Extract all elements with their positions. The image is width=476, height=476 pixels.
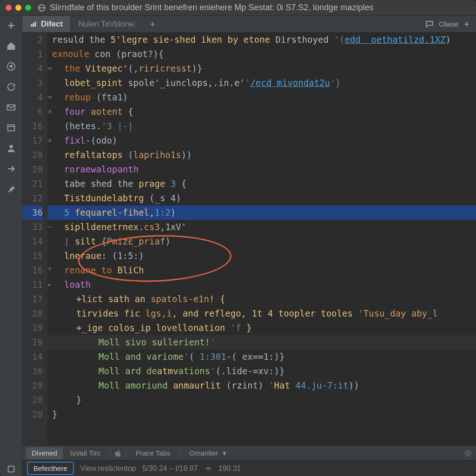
token: ,1xV' bbox=[160, 222, 186, 232]
mail-icon[interactable] bbox=[4, 100, 19, 114]
token: ) bbox=[171, 207, 176, 218]
code-line[interactable]: *renane to BliCh bbox=[47, 263, 476, 278]
arrow-right-icon[interactable] bbox=[4, 162, 19, 176]
code-line[interactable]: 5 fequarel-fihel,1:2) bbox=[47, 205, 476, 220]
token: lobet_spint bbox=[64, 78, 128, 88]
code-area[interactable]: resuld the 5'legre sie-shed iken by eton… bbox=[47, 33, 476, 445]
code-line[interactable]: ×four aotent { bbox=[47, 105, 476, 119]
line-number: 14 bbox=[22, 234, 43, 249]
fold-marker[interactable]: × bbox=[46, 105, 53, 119]
code-line[interactable]: =rebup (fta1) bbox=[47, 90, 476, 105]
token: resuld the bbox=[52, 34, 111, 45]
refresh-icon[interactable] bbox=[4, 80, 19, 94]
token: tirvides fic bbox=[76, 308, 145, 318]
token: u bbox=[157, 337, 162, 347]
code-line[interactable]: ▸loath bbox=[47, 278, 476, 292]
token: (odo) bbox=[91, 135, 117, 145]
code-line[interactable]: exnoule con (praot?){ bbox=[47, 47, 476, 61]
fold-marker[interactable]: ▸ bbox=[46, 278, 53, 292]
token: { bbox=[181, 178, 186, 189]
code-line[interactable]: Moll and variome'( 1:301-( ex==1:)} bbox=[47, 350, 476, 364]
token: reflego bbox=[204, 308, 241, 318]
fold-marker[interactable]: × bbox=[46, 133, 53, 148]
settings-icon[interactable] bbox=[4, 462, 19, 476]
token: - bbox=[86, 135, 91, 145]
line-number: 2 bbox=[22, 33, 43, 47]
token: atmv bbox=[157, 366, 178, 376]
code-line[interactable]: tirvides fic lgs,i, and reflego, 1t 4 to… bbox=[47, 306, 476, 321]
bottom-tab-isvait[interactable]: IsVait Tirc bbox=[65, 447, 106, 459]
line-number: 11 bbox=[22, 278, 43, 292]
code-line[interactable]: Moll sivo sullerient!' bbox=[47, 335, 476, 350]
window-icon[interactable] bbox=[4, 121, 19, 135]
token: 5 bbox=[64, 207, 75, 218]
bottom-tab-omantler[interactable]: Omantler ▾ bbox=[184, 447, 232, 459]
code-line[interactable]: Moll ard deatmvations'(.lide-=xv:)} bbox=[47, 364, 476, 378]
code-line[interactable]: roraewalopanth bbox=[47, 162, 476, 177]
token: roraewalopanth bbox=[64, 164, 139, 174]
token: renane to bbox=[64, 265, 117, 275]
apple-icon[interactable] bbox=[114, 449, 122, 457]
line-number: 19 bbox=[22, 321, 43, 335]
tab-add-button[interactable] bbox=[144, 16, 161, 32]
token: refaltatops bbox=[64, 150, 128, 160]
status-item: 190.31 bbox=[218, 464, 241, 473]
minimize-icon[interactable] bbox=[15, 5, 21, 11]
tabbar-right: Cliaise bbox=[419, 16, 476, 32]
fold-marker[interactable]: = bbox=[46, 90, 53, 105]
code-line[interactable]: –siplldenetrnex.cs3,1xV' bbox=[47, 220, 476, 234]
close-icon[interactable] bbox=[6, 5, 12, 11]
tab-label: Nulen TaVblone: bbox=[78, 20, 136, 29]
bug-icon[interactable] bbox=[464, 449, 472, 457]
code-line[interactable]: | silt {Pmizε_priaf) bbox=[47, 234, 476, 249]
token: , and bbox=[172, 308, 204, 318]
separator bbox=[126, 449, 126, 457]
token: { bbox=[128, 106, 133, 117]
fold-marker[interactable]: * bbox=[46, 263, 53, 278]
token: '3 bbox=[101, 121, 117, 131]
comment-icon[interactable] bbox=[425, 20, 434, 29]
code-line[interactable]: (hetes.'3 |-| bbox=[47, 119, 476, 133]
code-line[interactable]: lneraue: (1:5:) bbox=[47, 249, 476, 263]
token: +lict sath an bbox=[76, 294, 151, 304]
code-line[interactable]: +_ige colos_ip lovellonation 'f } bbox=[47, 321, 476, 335]
befecthere-button[interactable]: Befecthere bbox=[27, 462, 74, 475]
add-icon[interactable] bbox=[4, 19, 19, 33]
bottom-tab-prace[interactable]: Prace Tabs bbox=[130, 447, 176, 459]
fold-marker[interactable]: = bbox=[46, 61, 53, 76]
tab-nulen[interactable]: Nulen TaVblone: bbox=[71, 16, 144, 32]
pin-icon[interactable] bbox=[4, 182, 19, 196]
tabbar: Difect Nulen TaVblone: Cliaise bbox=[22, 16, 476, 33]
code-line[interactable]: refaltatops (lapriho1s)) bbox=[47, 148, 476, 162]
code-line[interactable]: +lict sath an spatols-e1n! { bbox=[47, 292, 476, 306]
code-line[interactable]: Moll amoriund anmaurlit (rzint) 'Hat 44.… bbox=[47, 378, 476, 393]
code-line[interactable]: resuld the 5'legre sie-shed iken by eton… bbox=[47, 33, 476, 47]
plus-icon[interactable] bbox=[463, 20, 470, 28]
code-editor[interactable]: 2143461617282021123633141516111728191914… bbox=[22, 33, 476, 445]
code-line[interactable]: lobet_spint spole'_iunclops,.in.e''/ecd … bbox=[47, 76, 476, 90]
token: (praot?){ bbox=[116, 49, 164, 59]
maximize-icon[interactable] bbox=[25, 5, 31, 11]
traffic-lights bbox=[6, 5, 31, 11]
token: 'f bbox=[231, 323, 246, 333]
home-icon[interactable] bbox=[4, 39, 19, 53]
tab-difect[interactable]: Difect bbox=[22, 16, 71, 32]
code-line[interactable]: ×fixl-(odo) bbox=[47, 133, 476, 148]
line-number: 14 bbox=[22, 350, 43, 364]
compass-icon[interactable] bbox=[4, 60, 19, 73]
app-window: Slirndfale of this broulder Srint benefr… bbox=[0, 0, 476, 476]
bottom-tab-divened[interactable]: Divened bbox=[26, 447, 63, 459]
fold-marker[interactable]: – bbox=[46, 220, 53, 234]
line-number: 15 bbox=[22, 249, 43, 263]
user-icon[interactable] bbox=[4, 141, 19, 155]
code-line[interactable]: Tistdundelabtrg (_s 4) bbox=[47, 191, 476, 205]
code-line[interactable]: } bbox=[47, 407, 476, 422]
code-line[interactable]: } bbox=[47, 393, 476, 407]
code-line[interactable]: =the Vitegec'(,riricresst)} bbox=[47, 61, 476, 76]
code-line[interactable]: tabe shed the prage 3 { bbox=[47, 177, 476, 191]
token: ' bbox=[245, 78, 250, 88]
token: Moll amoriund bbox=[99, 380, 173, 390]
main-panel: Difect Nulen TaVblone: Cliaise 214346161… bbox=[22, 16, 476, 476]
token: Pmizε_priaf bbox=[107, 236, 165, 246]
token: ' bbox=[269, 380, 274, 390]
